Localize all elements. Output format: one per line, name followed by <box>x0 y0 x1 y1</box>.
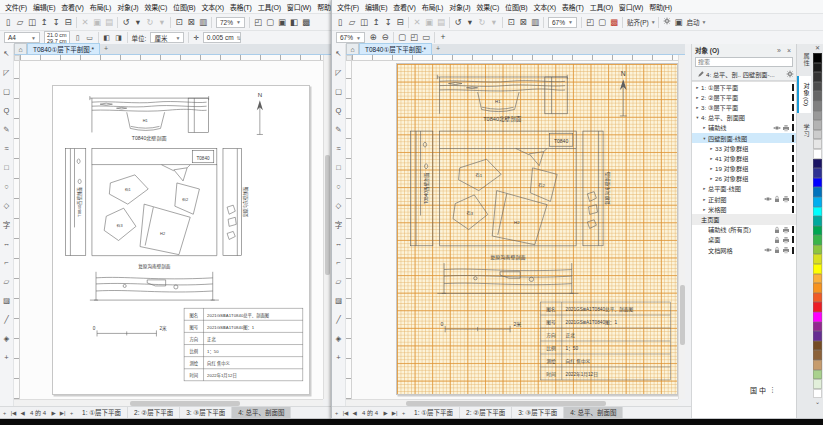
horizontal-scrollbar[interactable] <box>14 399 323 406</box>
connector-tool[interactable]: ⌐ <box>332 253 345 272</box>
color-swatch-19[interactable] <box>813 235 822 245</box>
document-tab[interactable]: T0840①层下平剖图.* <box>359 43 432 54</box>
tree-row-8[interactable]: ▸19 对象群组 <box>692 164 796 174</box>
expand-icon[interactable]: ▸ <box>701 125 708 130</box>
color-swatch-12[interactable] <box>813 168 822 178</box>
new-document-tab-button[interactable]: + <box>100 44 112 54</box>
interactive-fill-tool[interactable]: ◈ <box>0 329 13 348</box>
color-swatch-33[interactable] <box>813 370 822 380</box>
transparency-tool[interactable]: ▨ <box>332 291 345 310</box>
page-tab-2[interactable]: 2: ②层下平面 <box>460 407 512 419</box>
import-button[interactable]: ↧ <box>382 15 394 30</box>
home-tab[interactable]: ⌂ <box>14 43 27 54</box>
expand-icon[interactable]: ▾ <box>694 115 701 120</box>
tree-row-10[interactable]: ▸总平面-线图 <box>692 184 796 194</box>
menu-item-7[interactable]: 文本(X) <box>530 2 558 12</box>
zoom-level-combo[interactable]: 67% ▼ <box>548 17 577 28</box>
tree-row-12[interactable]: ▸米格图 <box>692 204 796 214</box>
print-button[interactable]: ⊟ <box>62 15 74 30</box>
color-swatch-28[interactable] <box>813 322 822 332</box>
show-rulers-button[interactable]: ▢ <box>264 15 276 30</box>
color-swatch-13[interactable] <box>813 178 822 188</box>
drawing-canvas[interactable]: N T0840北壁剖面 T0840 T0840西壁剖面 复原沟东壁剖面 复原沟南… <box>346 61 678 399</box>
menu-item-7[interactable]: 文本(X) <box>198 2 226 12</box>
color-swatch-30[interactable] <box>813 341 822 351</box>
ime-indicator[interactable]: 国 中 ⋮ <box>750 385 776 395</box>
undo-button[interactable]: ↺ <box>120 15 132 30</box>
publish-pdf-button[interactable]: ▥ <box>197 15 209 30</box>
tree-row-5[interactable]: ▾四壁剖面-线图 <box>692 133 796 143</box>
layer-options-gear-icon[interactable] <box>785 70 793 78</box>
crop-tool[interactable]: ▢ <box>332 82 345 101</box>
expand-icon[interactable]: ▾ <box>701 136 708 141</box>
new-document-button[interactable]: ▯ <box>2 15 14 30</box>
menu-item-2[interactable]: 查看(V) <box>390 2 418 12</box>
zoom-out-button[interactable]: ⊖ <box>379 30 391 44</box>
open-button[interactable]: ▱ <box>14 15 26 30</box>
home-tab[interactable]: ⌂ <box>346 43 359 54</box>
print-button[interactable]: ⊟ <box>394 15 406 30</box>
tree-row-7[interactable]: ▸41 对象群组 <box>692 153 796 163</box>
menu-item-6[interactable]: 位图(B) <box>502 2 530 12</box>
color-swatch-15[interactable] <box>813 197 822 207</box>
freehand-tool[interactable]: ✎ <box>0 120 13 139</box>
color-swatch-10[interactable] <box>813 149 822 159</box>
tree-row-9[interactable]: ▸26 对象群组 <box>692 174 796 184</box>
tree-row-11[interactable]: ▸正射图 <box>692 194 796 204</box>
zoom-selected-button[interactable]: ▢ <box>396 30 408 44</box>
eye-icon[interactable] <box>773 124 781 132</box>
color-swatch-25[interactable] <box>813 293 822 303</box>
menu-item-3[interactable]: 布局(L) <box>87 2 115 12</box>
search-input[interactable] <box>695 57 793 67</box>
units-combo[interactable]: 厘米 ▼ <box>150 32 184 43</box>
connector-tool[interactable]: ⌐ <box>0 253 13 272</box>
menu-item-1[interactable]: 编辑(E) <box>362 2 390 12</box>
color-swatch-34[interactable] <box>813 379 822 389</box>
show-rulers-button[interactable]: ▢ <box>596 15 608 30</box>
tree-row-2[interactable]: ▸3: ③层下平面 <box>692 102 796 112</box>
color-swatch-35[interactable] <box>813 389 822 399</box>
expand-icon[interactable]: ▸ <box>708 156 715 161</box>
color-swatch-11[interactable] <box>813 159 822 169</box>
add-zoom-tool-button[interactable]: + <box>437 30 449 44</box>
zoom-level-combo[interactable]: 67% ▼ <box>336 32 365 43</box>
full-screen-button[interactable]: ◰ <box>584 15 596 30</box>
color-swatch-16[interactable] <box>813 207 822 217</box>
paste-button[interactable]: ▤ <box>435 15 447 30</box>
add-tool-button[interactable]: + <box>0 348 13 367</box>
shape-tool[interactable]: ◸ <box>0 63 13 82</box>
current-page-button[interactable]: ◨ <box>113 30 125 44</box>
lock-icon[interactable] <box>773 226 781 234</box>
export-tool-button[interactable]: ⊠ <box>517 15 529 30</box>
import-tool-button[interactable]: ⊡ <box>505 15 517 30</box>
copy-button[interactable]: ▣ <box>423 15 435 30</box>
save-button[interactable]: ◫ <box>26 15 38 30</box>
next-page-button[interactable]: ▶ <box>381 410 390 416</box>
menu-item-11[interactable]: 帮助(H) <box>646 2 675 12</box>
open-button[interactable]: ▱ <box>346 15 358 30</box>
new-document-button[interactable]: ▯ <box>334 15 346 30</box>
add-page-button-2[interactable]: + <box>399 410 408 416</box>
printer-icon[interactable] <box>782 226 790 234</box>
vertical-ruler[interactable] <box>14 61 20 399</box>
menu-item-8[interactable]: 表格(T) <box>227 2 255 12</box>
nudge-distance-field[interactable]: 0.005 cm ⇅ <box>203 32 241 43</box>
publish-button[interactable]: ↥ <box>38 15 50 30</box>
redo-dropdown[interactable]: ▾ <box>156 15 168 30</box>
previous-page-button[interactable]: ◀ <box>18 410 27 416</box>
no-color-swatch[interactable]: ✕ <box>815 44 820 53</box>
first-page-button[interactable]: |◀ <box>9 410 18 416</box>
dimension-tool[interactable]: ↔ <box>0 234 13 253</box>
document-tab[interactable]: T0840①层下平剖图.* <box>27 43 100 54</box>
scrollbar-thumb[interactable] <box>325 155 330 275</box>
tree-row-14[interactable]: 辅助线 (所有页) <box>692 225 796 235</box>
menu-item-4[interactable]: 对象(J) <box>114 2 141 12</box>
expand-icon[interactable]: ▸ <box>708 176 715 181</box>
portrait-button[interactable]: ▯ <box>72 30 84 44</box>
printer-icon[interactable] <box>782 246 790 254</box>
import-button[interactable]: ↧ <box>50 15 62 30</box>
expand-icon[interactable]: ▸ <box>701 186 708 191</box>
color-eyedropper-tool[interactable]: ╱ <box>332 310 345 329</box>
expand-icon[interactable]: ▸ <box>694 105 701 110</box>
page-tab-1[interactable]: 1: ①层下平面 <box>408 407 460 419</box>
